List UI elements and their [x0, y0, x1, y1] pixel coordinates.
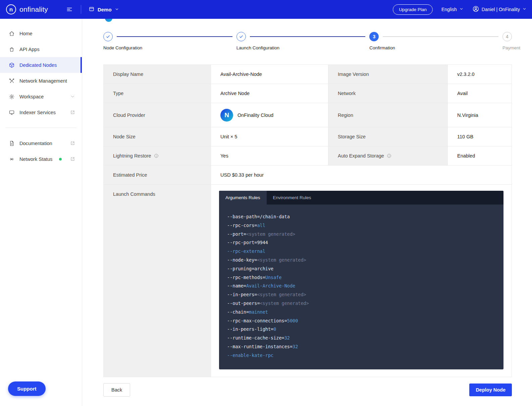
summary-table: Display NameAvail-Archive-NodeImage Vers… [103, 64, 512, 377]
info-icon[interactable] [154, 153, 159, 158]
code-line: --rpc-max-connections=5000 [227, 317, 495, 325]
chevron-down-icon [459, 7, 464, 12]
summary-label: Display Name [104, 65, 211, 84]
tab-arguments-rules[interactable]: Arguments Rules [219, 191, 267, 205]
upgrade-plan-button[interactable]: Upgrade Plan [393, 4, 433, 15]
summary-label-text: Type [113, 91, 123, 96]
navbar-right: Upgrade Plan English Daniel | OnFinality [393, 4, 527, 15]
code-line: --rpc-port=9944 [227, 238, 495, 247]
summary-value-text: v2.3.2.0 [457, 72, 475, 77]
summary-label: Storage Size [328, 127, 448, 146]
summary-value-text: Avail-Archive-Node [220, 72, 262, 77]
code-body: --base-path=/chain-data--rpc-cors=all--p… [219, 205, 503, 369]
external-link-icon [70, 110, 75, 115]
onfinality-logo-icon: n [6, 4, 16, 14]
step-check-icon [103, 32, 113, 41]
step-label: Payment [502, 45, 512, 50]
sidebar-item-api-apps[interactable]: API Apps [0, 41, 82, 57]
summary-label-text: Estimated Price [113, 172, 147, 178]
code-line: --node-key=<system generated> [227, 256, 495, 265]
step-number: 3 [369, 32, 379, 41]
code-line: --chain=mainnet [227, 308, 495, 317]
summary-label-text: Lightning Restore [113, 153, 151, 159]
step-label: Node Configuration [103, 45, 236, 50]
info-icon[interactable] [387, 153, 391, 158]
external-link-icon [70, 156, 75, 162]
sidebar-item-label: Workspace [19, 94, 44, 99]
code-line: --pruning=archive [227, 265, 495, 273]
summary-value: Unit × 5 [211, 127, 328, 146]
code-line: --out-peers=<system generated> [227, 299, 495, 308]
summary-label-text: Auto Expand Storage [338, 153, 384, 159]
user-menu[interactable]: Daniel | OnFinality [472, 5, 527, 13]
tab-environment-rules[interactable]: Environment Rules [267, 191, 318, 205]
chevron-down-icon [522, 7, 527, 12]
summary-value: Enabled [448, 146, 512, 166]
sidebar-item-network-management[interactable]: Network Management [0, 73, 82, 89]
workspace-selector[interactable]: Demo [89, 6, 119, 13]
code-tabs: Arguments RulesEnvironment Rules [219, 191, 503, 205]
step-payment: 4Payment [502, 32, 512, 50]
support-button[interactable]: Support [8, 381, 46, 396]
stepper: Node ConfigurationLaunch Configuration3C… [103, 32, 512, 50]
summary-value-text: Yes [220, 153, 228, 159]
chevron-down-icon [115, 7, 119, 12]
brand-logo[interactable]: n onfinality [6, 4, 48, 14]
summary-label: Region [328, 103, 448, 127]
summary-label: Node Size [104, 127, 211, 146]
sidebar-item-label: Network Management [19, 78, 67, 84]
sidebar-item-label: Home [19, 31, 33, 36]
brand-name: onfinality [19, 5, 48, 13]
summary-value: Yes [211, 146, 328, 166]
language-selector[interactable]: English [441, 7, 464, 12]
sidebar-item-workspace[interactable]: Workspace [0, 89, 82, 104]
step-launch-configuration: Launch Configuration [236, 32, 370, 50]
indexer-services-icon [9, 109, 15, 116]
summary-value: N.Virginia [448, 103, 512, 127]
sidebar-secondary-nav: DocumentationNetwork Status [0, 135, 82, 167]
summary-label: Cloud Provider [104, 103, 211, 127]
code-line: --port=<system generated> [227, 230, 495, 239]
status-dot [59, 158, 62, 161]
network-management-icon [9, 78, 15, 84]
back-button[interactable]: Back [103, 383, 130, 397]
summary-value-text: USD $0.33 per hour [220, 172, 264, 178]
code-line: --base-path=/chain-data [227, 213, 495, 221]
summary-value-text: 110 GB [457, 134, 473, 139]
sidebar-divider [5, 128, 76, 128]
summary-label-text: Network [338, 91, 356, 96]
launch-commands-row: Launch Commands Arguments RulesEnvironme… [104, 185, 512, 377]
launch-commands-panel: Arguments RulesEnvironment Rules --base-… [219, 191, 503, 369]
summary-label-text: Display Name [113, 72, 143, 77]
top-navbar: n onfinality Demo Upgrade Plan English D… [0, 0, 532, 19]
code-line: --max-runtime-instances=32 [227, 343, 495, 351]
sidebar-item-indexer-services[interactable]: Indexer Services [0, 104, 82, 120]
footer-actions: Back Deploy Node [103, 383, 512, 397]
summary-label: Image Version [328, 65, 448, 84]
code-line: --enable-kate-rpc [227, 351, 495, 360]
sidebar-item-dedicated-nodes[interactable]: Dedicated Nodes [0, 57, 82, 73]
sidebar-item-home[interactable]: Home [0, 26, 82, 41]
language-label: English [441, 7, 457, 12]
workspace-icon [89, 6, 95, 13]
summary-value: Avail [448, 84, 512, 103]
summary-value-text: OnFinality Cloud [237, 112, 273, 118]
step-number: 4 [502, 32, 512, 41]
deploy-node-button[interactable]: Deploy Node [469, 384, 512, 396]
sidebar-item-label: API Apps [19, 47, 40, 52]
summary-value-text: Archive Node [220, 91, 250, 96]
workspace-name: Demo [98, 7, 112, 12]
step-label: Confirmation [369, 45, 502, 50]
main-content: Node ConfigurationLaunch Configuration3C… [82, 19, 532, 406]
navbar-divider [81, 5, 81, 14]
summary-label: Launch Commands [104, 185, 211, 377]
summary-value: Avail-Archive-Node [211, 65, 328, 84]
sidebar-item-label: Dedicated Nodes [19, 62, 57, 68]
summary-value: NOnFinality Cloud [211, 103, 328, 127]
summary-label-text: Node Size [113, 134, 136, 139]
sidebar-item-documentation[interactable]: Documentation [0, 135, 82, 151]
summary-label: Lightning Restore [104, 146, 211, 166]
sidebar-toggle-icon[interactable] [66, 6, 73, 13]
sidebar-item-network-status[interactable]: Network Status [0, 151, 82, 167]
summary-label-text: Image Version [338, 72, 369, 77]
